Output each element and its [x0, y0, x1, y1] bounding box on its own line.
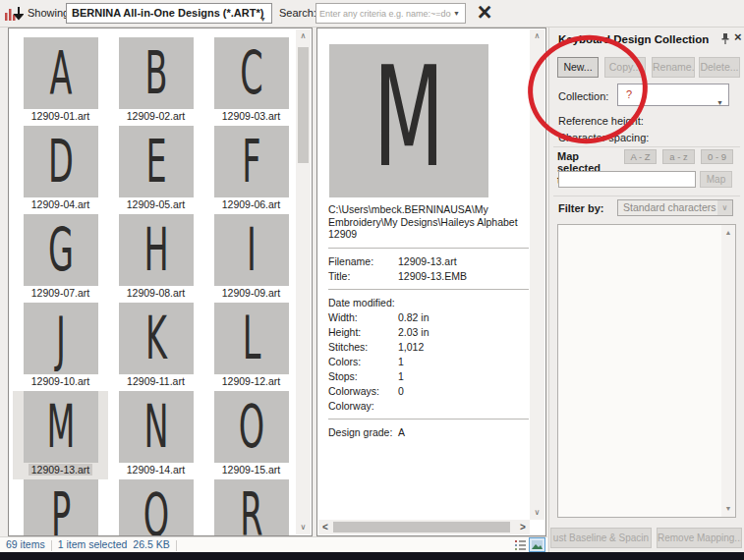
search-input[interactable]: [319, 5, 451, 22]
map-button[interactable]: Map: [700, 171, 732, 188]
filter-dropdown[interactable]: Standard characters ∨: [617, 199, 733, 216]
design-item-Q[interactable]: Q: [108, 479, 203, 535]
scroll-up-icon[interactable]: ∧: [530, 29, 544, 43]
design-item-G[interactable]: G12909-07.art: [13, 214, 108, 303]
design-item-E[interactable]: E12909-05.art: [108, 126, 203, 214]
letter-glyph: H: [136, 214, 177, 284]
letter-glyph: F: [231, 126, 272, 196]
separator: [553, 196, 740, 196]
field-value: A: [398, 425, 532, 440]
divider: [51, 540, 52, 551]
search-label: Search:: [279, 7, 316, 19]
design-item-A[interactable]: A12909-01.art: [13, 37, 108, 126]
delete-collection-button[interactable]: Delete...: [699, 57, 740, 78]
design-filename: 12909-03.art: [219, 110, 284, 122]
design-item-N[interactable]: N12909-14.art: [108, 391, 203, 479]
design-thumbnail: G: [24, 214, 98, 286]
status-bar: 69 items1 item selected26.5 KB: [0, 536, 547, 552]
map-range-upper-button[interactable]: A - Z: [624, 149, 657, 164]
map-characters-input[interactable]: [558, 171, 696, 188]
separator: [328, 289, 529, 290]
letter-glyph: O: [231, 391, 272, 461]
design-thumbnail: P: [24, 479, 98, 535]
design-item-C[interactable]: C12909-03.art: [203, 37, 297, 126]
design-item-H[interactable]: H12909-08.art: [108, 214, 203, 303]
field-value: 0: [398, 384, 532, 399]
selection-count: 1 item selected: [58, 538, 128, 550]
scrollbar-thumb[interactable]: [298, 47, 309, 163]
scroll-down-icon[interactable]: ▼: [721, 503, 735, 515]
field-value: 12909-13.art: [398, 254, 532, 269]
letter-glyph: K: [136, 303, 177, 372]
list-vertical-scrollbar[interactable]: ▲ ▼: [721, 225, 735, 517]
map-range-lower-button[interactable]: a - z: [662, 149, 695, 164]
details-horizontal-scrollbar[interactable]: < >: [318, 520, 530, 534]
separator: [328, 248, 529, 249]
letter-glyph: J: [40, 303, 82, 372]
design-filename: 12909-13.art: [29, 464, 93, 476]
sort-bars-icon[interactable]: [3, 4, 24, 24]
letter-glyph: L: [231, 303, 272, 372]
list-view-icon[interactable]: [514, 538, 527, 551]
design-item-L[interactable]: L12909-12.art: [203, 303, 297, 391]
design-thumbnail: F: [214, 126, 289, 197]
scrollbar-thumb[interactable]: [333, 522, 510, 532]
design-item-F[interactable]: F12909-06.art: [203, 126, 297, 214]
letter-glyph: M: [40, 391, 82, 461]
range-upper-label: A - Z: [630, 151, 650, 162]
items-count: 69 items: [6, 538, 45, 550]
scroll-down-icon[interactable]: ∨: [530, 506, 544, 520]
design-item-K[interactable]: K12909-11.art: [108, 303, 203, 391]
letter-glyph: D: [40, 126, 82, 196]
panel-close-button[interactable]: ×: [734, 29, 742, 44]
letter-glyph: Q: [136, 479, 177, 535]
field-label: Stops:: [328, 369, 398, 384]
showing-dropdown-value: BERNINA All-in-One Designs (*.ART*): [72, 7, 263, 19]
design-item-O[interactable]: O12909-15.art: [203, 391, 297, 479]
scroll-up-icon[interactable]: ▲: [721, 227, 735, 239]
clear-search-button[interactable]: ×: [471, 0, 498, 27]
design-thumbnail: K: [119, 303, 194, 374]
field-value: 0.82 in: [398, 310, 532, 325]
divider: [176, 540, 177, 551]
design-item-M-selected[interactable]: M12909-13.art: [13, 391, 108, 479]
pin-icon[interactable]: [720, 32, 730, 44]
design-thumbnail: H: [119, 214, 194, 286]
design-filename: 12909-09.art: [219, 287, 284, 299]
rename-collection-button[interactable]: Rename...: [652, 57, 695, 78]
thumbnail-view-icon[interactable]: [529, 537, 545, 552]
field-label: Stitches:: [328, 340, 398, 355]
design-item-R[interactable]: R: [203, 479, 297, 535]
design-filename: 12909-15.art: [219, 464, 284, 476]
design-item-J[interactable]: J12909-10.art: [13, 303, 108, 391]
design-item-I[interactable]: I12909-09.art: [203, 214, 297, 303]
remove-mapping-button[interactable]: Remove Mapping...: [657, 528, 742, 548]
showing-dropdown[interactable]: BERNINA All-in-One Designs (*.ART*) ▼: [66, 3, 272, 24]
adjust-button-label: ust Baseline & Spacin: [553, 532, 649, 543]
scroll-left-icon[interactable]: <: [318, 520, 332, 534]
grid-vertical-scrollbar[interactable]: ∧ ∨: [296, 29, 311, 534]
design-item-B[interactable]: B12909-02.art: [108, 37, 203, 126]
design-thumbnail: L: [214, 303, 289, 374]
rename-button-label: Rename...: [653, 61, 695, 73]
field-label: Design grade:: [328, 425, 398, 440]
map-range-digits-button[interactable]: 0 - 9: [701, 149, 733, 164]
design-details-panel: M C:\Users\mbeck.BERNINAUSA\My Embroider…: [316, 28, 546, 536]
library-toolbar: Showing: BERNINA All-in-One Designs (*.A…: [0, 0, 744, 28]
field-label: Width:: [328, 310, 398, 325]
letter-glyph: G: [40, 214, 82, 284]
field-value: 2.03 in: [398, 325, 532, 340]
letter-glyph: N: [136, 391, 177, 461]
scroll-up-icon[interactable]: ∧: [296, 29, 311, 43]
design-item-P[interactable]: P: [13, 479, 108, 535]
design-filename: 12909-06.art: [219, 198, 284, 210]
chevron-down-icon: ∨: [717, 200, 732, 215]
mapping-list[interactable]: ▲ ▼: [557, 224, 736, 518]
design-info: C:\Users\mbeck.BERNINAUSA\My Embroidery\…: [328, 203, 532, 440]
design-filename: 12909-02.art: [124, 110, 189, 122]
separator: [328, 419, 529, 420]
scroll-right-icon[interactable]: >: [516, 520, 530, 534]
adjust-baseline-spacing-button[interactable]: ust Baseline & Spacin: [550, 528, 652, 548]
scroll-down-icon[interactable]: ∨: [296, 521, 311, 534]
design-item-D[interactable]: D12909-04.art: [13, 126, 108, 214]
